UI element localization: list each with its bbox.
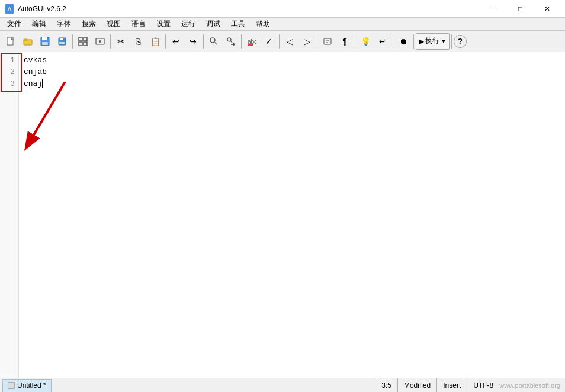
- line-number-3: 3: [0, 78, 15, 90]
- title-bar-title: AutoGUI v2.6.2: [18, 5, 66, 13]
- title-bar-controls: — □ ✕: [480, 0, 560, 18]
- editor-content[interactable]: cvkas cnjab cnaj​: [19, 52, 565, 378]
- exec-label: 执行: [425, 36, 439, 46]
- tb-btn-spell[interactable]: abc: [243, 33, 260, 50]
- tb-btn-check[interactable]: ✓: [261, 33, 277, 50]
- svg-rect-11: [79, 42, 82, 46]
- maximize-button[interactable]: □: [507, 0, 534, 18]
- menu-debug[interactable]: 调试: [201, 18, 225, 30]
- tb-btn-left[interactable]: ◁: [281, 33, 298, 50]
- menu-view[interactable]: 视图: [102, 18, 126, 30]
- svg-line-19: [231, 41, 233, 43]
- svg-rect-5: [42, 42, 48, 45]
- status-insert: Insert: [436, 378, 467, 392]
- svg-rect-9: [79, 37, 82, 41]
- cut-button[interactable]: ✂: [113, 33, 129, 50]
- separator-7: [317, 34, 317, 49]
- minimize-button[interactable]: —: [480, 0, 507, 18]
- svg-line-17: [215, 42, 217, 44]
- separator-2: [110, 34, 111, 49]
- tb-btn-right[interactable]: ▷: [298, 33, 315, 50]
- svg-rect-8: [59, 42, 65, 44]
- menu-run[interactable]: 运行: [176, 18, 200, 30]
- status-bar: Untitled * 3:5 Modified Insert UTF-8 www…: [0, 378, 565, 392]
- open-button[interactable]: [20, 33, 36, 50]
- separator-8: [355, 34, 355, 49]
- close-button[interactable]: ✕: [534, 0, 560, 18]
- svg-rect-22: [324, 38, 331, 44]
- title-bar: A AutoGUI v2.6.2 — □ ✕: [0, 0, 565, 18]
- tb-btn-newline[interactable]: ↵: [374, 33, 391, 50]
- svg-point-18: [227, 38, 231, 41]
- menu-search[interactable]: 搜索: [77, 18, 101, 30]
- exec-button[interactable]: ▶ 执行 ▼: [416, 33, 450, 50]
- status-watermark: www.portablesoft.org: [499, 382, 563, 389]
- replace-button[interactable]: [223, 33, 239, 50]
- menu-tools[interactable]: 工具: [226, 18, 250, 30]
- separator-3: [165, 34, 166, 49]
- menu-settings[interactable]: 设置: [152, 18, 175, 30]
- line-numbers: 1 2 3: [0, 52, 19, 378]
- line-number-1: 1: [0, 54, 15, 66]
- menu-edit[interactable]: 编辑: [27, 18, 51, 30]
- exec-icon: ▶: [419, 37, 424, 46]
- tb-btn-macro[interactable]: [319, 33, 336, 50]
- editor-line-3: cnaj​: [24, 78, 560, 90]
- svg-rect-12: [84, 42, 87, 46]
- svg-text:abc: abc: [248, 38, 256, 45]
- svg-rect-10: [84, 37, 87, 41]
- line-number-2: 2: [0, 66, 15, 78]
- separator-10: [413, 34, 414, 49]
- menu-font[interactable]: 字体: [52, 18, 76, 30]
- tab-label: Untitled *: [17, 381, 46, 390]
- svg-rect-2: [24, 39, 27, 41]
- separator-5: [241, 34, 242, 49]
- svg-rect-7: [60, 38, 63, 40]
- find-button[interactable]: [206, 33, 222, 50]
- paste-button[interactable]: 📋: [147, 33, 163, 50]
- help-button[interactable]: ?: [454, 35, 467, 48]
- new-file-button[interactable]: [2, 33, 19, 50]
- status-position: 3:5: [375, 378, 397, 392]
- tab-icon: [8, 382, 15, 389]
- editor-container: 1 2 3 cvkas cnjab cnaj​: [0, 52, 565, 378]
- separator-6: [279, 34, 280, 49]
- view-grid-button[interactable]: [75, 33, 91, 50]
- save-button[interactable]: [37, 33, 53, 50]
- toolbar: ✂ ⎘ 📋 ↩ ↪ abc ✓ ◁ ▷ ¶ 💡 ↵ ⏺ ▶ 执行 ▼ ?: [0, 31, 565, 52]
- menu-language[interactable]: 语言: [127, 18, 150, 30]
- separator-4: [203, 34, 204, 49]
- separator-11: [451, 34, 452, 49]
- app-icon: A: [5, 4, 14, 14]
- undo-button[interactable]: ↩: [168, 33, 184, 50]
- redo-button[interactable]: ↪: [185, 33, 201, 50]
- copy-button[interactable]: ⎘: [130, 33, 146, 50]
- title-bar-left: A AutoGUI v2.6.2: [5, 4, 66, 14]
- tb-btn-light[interactable]: 💡: [357, 33, 374, 50]
- menu-bar: 文件 编辑 字体 搜索 视图 语言 设置 运行 调试 工具 帮助: [0, 18, 565, 31]
- add-tab-button[interactable]: [92, 33, 108, 50]
- status-modified: Modified: [397, 378, 436, 392]
- separator-9: [393, 34, 393, 49]
- menu-help[interactable]: 帮助: [251, 18, 275, 30]
- tb-btn-whitespace[interactable]: ¶: [336, 33, 353, 50]
- status-encoding: UTF-8: [467, 378, 499, 392]
- svg-point-16: [210, 38, 215, 43]
- menu-file[interactable]: 文件: [2, 18, 26, 30]
- status-tab[interactable]: Untitled *: [2, 379, 52, 392]
- svg-rect-4: [42, 37, 47, 40]
- save-all-button[interactable]: [54, 33, 70, 50]
- editor-line-2: cnjab: [24, 66, 560, 78]
- editor-line-1: cvkas: [24, 54, 560, 66]
- separator-1: [72, 34, 73, 49]
- tb-btn-rec[interactable]: ⏺: [395, 33, 412, 50]
- exec-dropdown-icon: ▼: [441, 38, 447, 44]
